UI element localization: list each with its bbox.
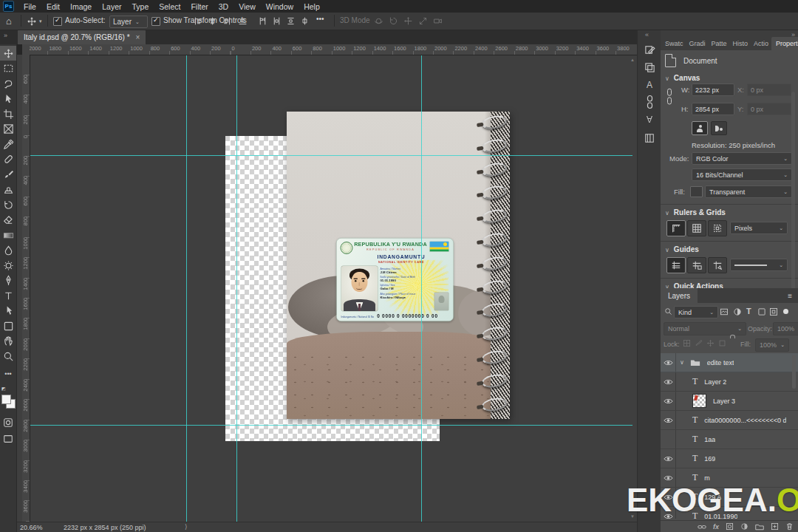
panel-tab[interactable]: Properties — [771, 37, 798, 50]
canvas-section-header[interactable]: ∨Canvas — [665, 74, 700, 82]
guides-section-header[interactable]: ∨Guides — [665, 245, 699, 253]
quick-mask-icon[interactable] — [0, 415, 16, 430]
new-group-icon[interactable] — [755, 523, 764, 531]
layer-row[interactable]: 1aa — [661, 430, 798, 449]
distribute-top-icon[interactable] — [258, 16, 267, 26]
filter-shape-layers-icon[interactable] — [757, 307, 766, 316]
dodge-tool[interactable] — [0, 258, 16, 273]
layer-row[interactable]: 169 — [661, 449, 798, 468]
layer-name[interactable]: edite text — [707, 359, 734, 366]
menu-item[interactable]: Filter — [185, 2, 213, 11]
character-panel-icon[interactable]: A — [638, 80, 661, 90]
new-layer-icon[interactable] — [771, 522, 779, 531]
menu-item[interactable]: Edit — [41, 2, 65, 11]
auto-select-checkbox[interactable] — [53, 17, 62, 26]
brush-settings-panel-icon[interactable] — [638, 44, 661, 55]
zoom-level-field[interactable]: 20.66% — [20, 524, 43, 531]
fill-swatch[interactable] — [690, 186, 703, 197]
link-panel-icon[interactable] — [638, 95, 661, 109]
align-left-icon[interactable] — [194, 16, 203, 26]
canvas-scrollbar[interactable]: ▲ ▼ — [630, 56, 635, 520]
rectangle-tool[interactable] — [0, 318, 16, 333]
clear-guides-button[interactable] — [708, 257, 727, 273]
layer-name[interactable]: 01.01.1990 — [704, 513, 737, 519]
panel-tab[interactable]: Histo — [730, 37, 751, 50]
layer-row[interactable]: ∨ edite text — [661, 353, 798, 372]
zoom-tool[interactable] — [0, 349, 16, 364]
filter-adjustment-layers-icon[interactable] — [733, 307, 742, 316]
menu-item[interactable]: Type — [126, 2, 154, 11]
eyedropper-tool[interactable] — [0, 137, 16, 151]
menu-item[interactable]: 3D — [214, 2, 233, 11]
adjustment-layer-icon[interactable] — [740, 522, 748, 531]
layer-mask-icon[interactable] — [726, 522, 734, 531]
toggle-snap-button[interactable] — [708, 220, 727, 236]
eraser-tool[interactable] — [0, 212, 16, 227]
more-options-icon[interactable]: ••• — [316, 15, 324, 23]
layer-row[interactable]: 01.01.1990 — [661, 507, 798, 519]
layer-fill-field[interactable]: 100%⌄ — [755, 338, 789, 352]
lock-artboard-icon[interactable] — [718, 339, 726, 347]
delete-layer-icon[interactable] — [785, 522, 794, 531]
align-bottom-icon[interactable] — [238, 16, 248, 26]
width-field[interactable]: 2232 px — [692, 83, 734, 96]
frame-tool[interactable] — [0, 121, 16, 136]
fill-dropdown[interactable]: Transparent⌄ — [705, 185, 792, 198]
blend-mode-dropdown[interactable]: Normal⌄ — [664, 322, 746, 335]
layer-visibility-toggle[interactable] — [661, 378, 675, 386]
show-transform-checkbox[interactable] — [151, 17, 160, 26]
toggle-grid-button[interactable] — [687, 220, 706, 236]
filter-kind-dropdown[interactable]: Kind⌄ — [674, 306, 718, 318]
paragraph-panel-icon[interactable]: A — [638, 114, 661, 124]
layer-name[interactable]: m — [704, 474, 710, 482]
layer-name[interactable]: 129 A — [704, 494, 721, 501]
status-chevron-icon[interactable]: ⟩ — [185, 523, 188, 531]
move-tool-option-icon[interactable] — [27, 16, 37, 27]
layers-menu-icon[interactable]: ≡ — [788, 292, 792, 300]
distribute-center-icon[interactable] — [272, 16, 282, 26]
layer-visibility-toggle[interactable] — [661, 398, 675, 405]
menu-item[interactable]: Image — [65, 2, 97, 11]
artboard-panel-icon[interactable] — [638, 62, 661, 73]
layer-name[interactable]: Layer 2 — [704, 378, 726, 386]
menu-item[interactable]: View — [233, 2, 261, 11]
lock-position-icon[interactable] — [706, 339, 715, 347]
gradient-tool[interactable] — [0, 228, 16, 242]
rulers-grids-section-header[interactable]: ∨Rulers & Grids — [665, 208, 726, 216]
lock-guides-button[interactable] — [687, 257, 706, 273]
layer-visibility-toggle[interactable] — [661, 513, 675, 519]
layer-name[interactable]: 1aa — [704, 436, 715, 443]
menu-item[interactable]: Select — [154, 2, 185, 11]
color-mode-dropdown[interactable]: RGB Color⌄ — [692, 152, 792, 165]
foreground-color-swatch[interactable] — [1, 395, 11, 404]
layer-visibility-toggle[interactable] — [661, 455, 675, 463]
toggle-guides-button[interactable] — [666, 257, 686, 273]
path-selection-tool[interactable] — [0, 303, 16, 318]
scroll-down-icon[interactable]: ▼ — [630, 514, 635, 519]
layer-row[interactable]: Layer 2 — [661, 372, 798, 392]
group-expand-chevron[interactable]: ∨ — [680, 359, 684, 366]
layer-row[interactable]: Layer 3 — [661, 392, 798, 411]
filter-toggle-dot[interactable] — [783, 309, 788, 314]
auto-select-target-dropdown[interactable]: Layer⌄ — [109, 16, 148, 28]
ruler-units-dropdown[interactable]: Pixels⌄ — [730, 222, 788, 234]
filter-smart-objects-icon[interactable] — [769, 307, 778, 316]
distribute-width-icon[interactable] — [300, 16, 310, 26]
layer-style-icon[interactable]: fx — [713, 523, 719, 531]
scroll-up-icon[interactable]: ▲ — [630, 58, 635, 62]
layer-row[interactable]: cita0000000...<<<<<<<<0 d — [661, 411, 798, 430]
edit-toolbar-icon[interactable]: ••• — [0, 366, 16, 381]
menu-item[interactable]: File — [18, 2, 41, 11]
menu-item[interactable]: Layer — [97, 2, 126, 11]
menu-item[interactable]: Window — [261, 2, 299, 11]
pen-tool[interactable] — [0, 273, 16, 287]
foreground-background-swatches[interactable] — [1, 395, 16, 409]
lock-transparency-icon[interactable] — [683, 339, 691, 347]
toolbar-collapse-chevron[interactable]: » — [4, 32, 6, 39]
layer-visibility-toggle[interactable] — [661, 474, 675, 482]
marquee-tool[interactable] — [0, 61, 16, 75]
brush-tool[interactable] — [0, 167, 16, 182]
close-tab-icon[interactable]: × — [136, 33, 140, 41]
guide-style-dropdown[interactable]: ⌄ — [730, 259, 788, 271]
layer-visibility-toggle[interactable] — [661, 359, 675, 366]
